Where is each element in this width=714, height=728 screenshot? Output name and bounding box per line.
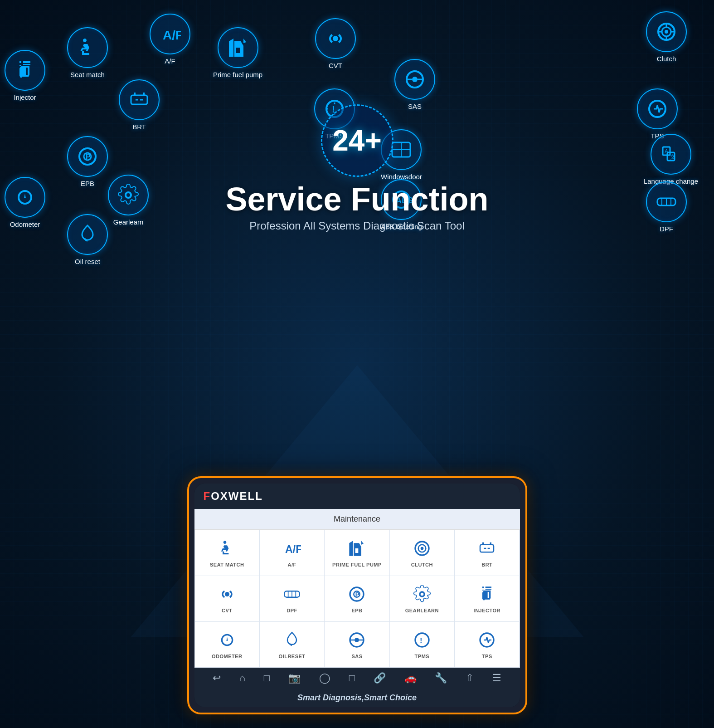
grid-label-oilreset: OILRESET: [279, 654, 306, 659]
nav-car-icon[interactable]: 🚗: [404, 672, 417, 684]
epb-icon-circle: P: [67, 136, 108, 177]
tablet-device: FOXWELL Maintenance SEAT MATCH A/F: [187, 476, 527, 714]
feature-clutch: Clutch: [646, 11, 687, 63]
prime-fuel-pump-icon-circle: [218, 27, 258, 68]
grid-item-af[interactable]: A/F A/F: [260, 530, 324, 576]
grid-label-gearlearn: GEARLEARN: [405, 608, 439, 613]
feature-language-change: A文 Language change: [644, 134, 698, 185]
grid-label-seat-match: SEAT MATCH: [210, 562, 244, 567]
odometer-icon-circle: [5, 177, 45, 218]
grid-icon-brt: [477, 538, 497, 558]
dpf-icon: [656, 191, 677, 213]
tablet-tagline: Smart Diagnosis,Smart Choice: [297, 693, 417, 702]
tablet-inner: FOXWELL Maintenance SEAT MATCH A/F: [194, 484, 520, 707]
grid-item-oilreset[interactable]: OILRESET: [260, 622, 324, 667]
nav-globe-icon[interactable]: ◯: [319, 672, 330, 684]
feature-seat-match: Seat match: [67, 27, 108, 78]
grid-icon-clutch: [412, 538, 432, 558]
cvt-icon: [325, 28, 346, 49]
grid-icon-prime-fuel-pump: [347, 538, 367, 558]
grid-item-gearlearn[interactable]: GEARLEARN: [390, 576, 454, 621]
af-icon: A/F: [159, 23, 181, 45]
grid-item-sas[interactable]: SAS: [325, 622, 389, 667]
feature-sas: SAS: [394, 59, 435, 110]
feature-dpf: DPF: [646, 181, 687, 233]
grid-icon-oilreset: [282, 630, 302, 650]
nav-home-icon[interactable]: ⌂: [239, 672, 245, 684]
grid-item-dpf[interactable]: DPF: [260, 576, 324, 621]
grid-item-prime-fuel-pump[interactable]: PRIME FUEL PUMP: [325, 530, 389, 576]
tablet-bottom: Smart Diagnosis,Smart Choice: [194, 689, 520, 707]
feature-odometer: Odometer: [5, 177, 45, 228]
grid-item-injector[interactable]: INJECTOR: [455, 576, 519, 621]
nav-link-icon[interactable]: 🔗: [374, 672, 386, 684]
nav-back-icon[interactable]: ↩: [213, 672, 221, 684]
oil-reset-label: Oil reset: [75, 258, 100, 265]
feature-oil-reset: Oil reset: [67, 214, 108, 265]
grid-label-dpf: DPF: [287, 608, 297, 613]
grid-label-injector: INJECTOR: [474, 608, 500, 613]
feature-injector: Injector: [5, 50, 45, 101]
feature-af: A/F A/F: [150, 14, 190, 65]
grid-label-tps: TPS: [482, 654, 492, 659]
sas-icon-circle: [394, 59, 435, 100]
svg-text:P: P: [355, 591, 359, 598]
feature-brt: BRT: [119, 79, 160, 131]
grid-icon-odometer: [217, 630, 237, 650]
tablet-nav: ↩ ⌂ □ 📷 ◯ □ 🔗 🚗 🔧 ⇧ ☰: [194, 668, 520, 689]
injector-label: Injector: [14, 93, 36, 101]
grid-item-cvt[interactable]: CVT: [195, 576, 259, 621]
grid-icon-sas: [347, 630, 367, 650]
badge-number: 24+: [332, 124, 382, 157]
main-scene: Injector Seat match A/F A/F Prime fuel p…: [0, 0, 714, 728]
nav-wrench-icon[interactable]: 🔧: [435, 672, 447, 684]
tablet-header: FOXWELL: [194, 484, 520, 509]
prime-fuel-pump-icon: [227, 37, 249, 59]
nav-crop-icon[interactable]: □: [349, 672, 355, 684]
grid-label-brt: BRT: [481, 562, 492, 567]
epb-icon: P: [77, 146, 98, 167]
grid-item-epb[interactable]: P EPB: [325, 576, 389, 621]
service-grid: SEAT MATCH A/F A/F PRIME FUEL PUMP: [194, 530, 520, 668]
svg-point-39: [421, 547, 424, 550]
screen-title-bar: Maintenance: [194, 509, 520, 530]
af-label: A/F: [165, 57, 175, 65]
grid-label-cvt: CVT: [222, 608, 233, 613]
grid-item-clutch[interactable]: CLUTCH: [390, 530, 454, 576]
feature-gearlearn: Gearlearn: [108, 175, 149, 226]
cvt-icon-circle: [315, 18, 356, 59]
svg-text:文: 文: [670, 154, 675, 160]
nav-menu-icon[interactable]: ☰: [492, 672, 501, 684]
grid-icon-dpf: [282, 584, 302, 604]
svg-point-19: [649, 101, 665, 117]
grid-icon-seat-match: [217, 538, 237, 558]
grid-item-seat-match[interactable]: SEAT MATCH: [195, 530, 259, 576]
nav-window-icon[interactable]: □: [264, 672, 270, 684]
brt-icon: [128, 89, 150, 111]
grid-icon-injector: [477, 584, 497, 604]
grid-item-tpms[interactable]: ! TPMS: [390, 622, 454, 667]
grid-icon-gearlearn: [412, 584, 432, 604]
grid-item-tps[interactable]: TPS: [455, 622, 519, 667]
grid-item-brt[interactable]: BRT: [455, 530, 519, 576]
feature-epb: P EPB: [67, 136, 108, 187]
clutch-label: Clutch: [657, 55, 676, 63]
nav-camera-icon[interactable]: 📷: [288, 672, 301, 684]
grid-icon-tpms: !: [412, 630, 432, 650]
seat-match-label: Seat match: [70, 71, 105, 78]
svg-text:A/F: A/F: [163, 28, 181, 42]
seat-match-icon-circle: [67, 27, 108, 68]
oil-reset-icon-circle: [67, 214, 108, 255]
cvt-label: CVT: [329, 62, 342, 69]
epb-label: EPB: [81, 180, 94, 187]
center-badge: 24+ Service Function Profession All Syst…: [225, 104, 488, 232]
clutch-icon-circle: [646, 11, 687, 52]
feature-tps: TPS: [637, 88, 678, 140]
svg-rect-40: [480, 545, 494, 552]
svg-text:!: !: [420, 636, 423, 645]
nav-upload-icon[interactable]: ⇧: [466, 672, 474, 684]
svg-point-3: [665, 30, 668, 34]
grid-item-odometer[interactable]: ODOMETER: [195, 622, 259, 667]
svg-point-53: [355, 638, 359, 642]
language-change-icon: A文: [660, 143, 682, 165]
